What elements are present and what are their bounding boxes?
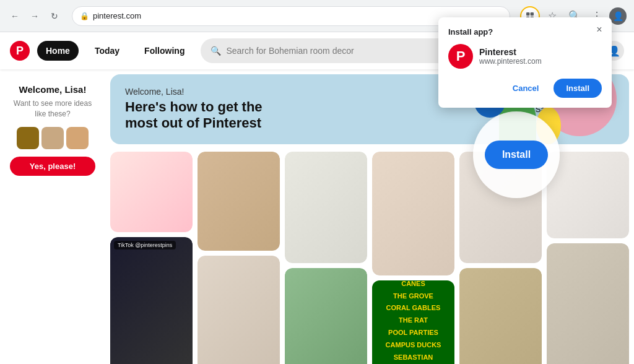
install-circle: Install <box>473 111 560 198</box>
install-overlay: Install <box>473 111 560 198</box>
browser-nav-controls: ← → ↻ <box>7 9 62 24</box>
sidebar: Welcome, Lisa! Want to see more ideas li… <box>0 69 105 364</box>
lock-icon: 🔒 <box>80 12 89 20</box>
popup-app-name: Pinterest <box>479 47 542 57</box>
popup-app-icon: P <box>448 44 473 69</box>
yes-please-button[interactable]: Yes, please! <box>10 157 95 176</box>
profile-button[interactable]: 👤 <box>609 7 627 25</box>
nav-home-button[interactable]: Home <box>37 41 79 61</box>
list-item[interactable]: CRISPY VEGANPOTATO TACOSWITH JALAPENO CI… <box>285 268 367 364</box>
nav-today-button[interactable]: Today <box>86 41 128 61</box>
search-placeholder: Search for Bohemian room decor <box>226 46 354 56</box>
list-item[interactable] <box>372 152 454 275</box>
list-item[interactable]: CANES THE GROVE CORAL GABLES THE RAT POO… <box>372 280 454 364</box>
popup-install-button[interactable]: Install <box>554 79 602 98</box>
url-text: pinterest.com <box>93 11 141 20</box>
welcome-card: Welcome, Lisa! Want to see more ideas li… <box>5 79 100 181</box>
sample-pin-1 <box>17 127 39 149</box>
list-item[interactable] <box>547 243 629 364</box>
nav-following-button[interactable]: Following <box>136 41 193 61</box>
list-item[interactable] <box>285 152 367 263</box>
list-item[interactable] <box>198 152 280 251</box>
sample-pins <box>10 127 95 149</box>
sidebar-welcome-text: Want to see more ideas like these? <box>10 98 95 119</box>
sample-pin-3 <box>66 127 89 149</box>
list-item[interactable] <box>110 152 193 232</box>
search-icon: 🔍 <box>211 46 221 56</box>
popup-close-button[interactable]: × <box>592 22 607 37</box>
popup-title: Install app? <box>448 27 602 37</box>
install-app-popup: × Install app? P Pinterest www.pinterest… <box>438 17 612 108</box>
list-item[interactable] <box>198 256 280 364</box>
tiktok-badge: TikTok @pinterestpins <box>114 241 176 249</box>
popup-actions: Cancel Install <box>448 79 602 98</box>
forward-button[interactable]: → <box>27 9 42 24</box>
popup-cancel-button[interactable]: Cancel <box>503 79 549 98</box>
sidebar-welcome-title: Welcome, Lisa! <box>10 84 95 95</box>
svg-rect-1 <box>531 12 534 15</box>
list-item[interactable] <box>459 268 542 364</box>
install-big-button[interactable]: Install <box>485 141 548 169</box>
popup-app-info: P Pinterest www.pinterest.com <box>448 44 602 69</box>
popup-app-details: Pinterest www.pinterest.com <box>479 47 542 66</box>
list-item[interactable]: TikTok @pinterestpins <box>110 237 193 364</box>
pinterest-logo[interactable]: P <box>10 41 30 61</box>
popup-app-url: www.pinterest.com <box>479 57 542 66</box>
back-button[interactable]: ← <box>7 9 22 24</box>
svg-rect-0 <box>526 12 529 15</box>
sample-pin-2 <box>41 127 64 149</box>
refresh-button[interactable]: ↻ <box>47 9 62 24</box>
